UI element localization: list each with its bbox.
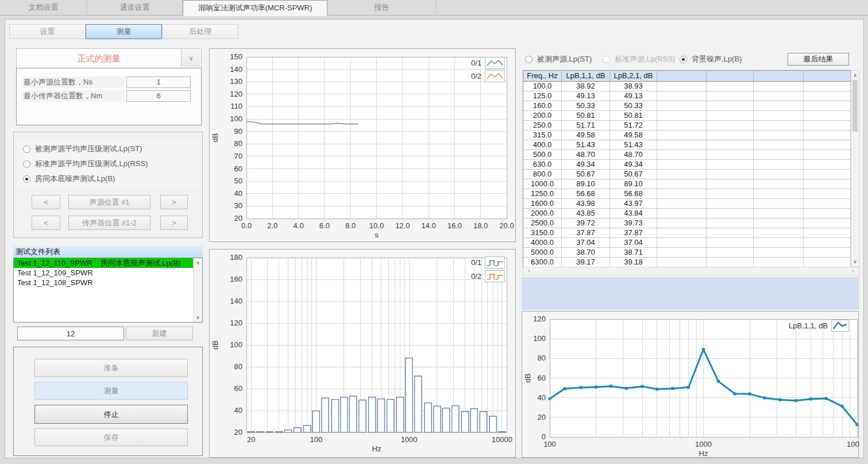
table-cell[interactable] bbox=[804, 218, 851, 228]
scroll-left-icon[interactable]: ‹ bbox=[524, 267, 534, 275]
table-cell[interactable] bbox=[657, 91, 707, 101]
table-cell[interactable]: 38.92 bbox=[562, 82, 610, 91]
table-cell[interactable] bbox=[754, 199, 804, 208]
table-cell[interactable]: 5000.0 bbox=[523, 248, 562, 257]
result-radio-lpst[interactable]: 被测声源,Lp(ST) bbox=[525, 55, 592, 64]
table-cell[interactable] bbox=[707, 170, 754, 179]
table-cell[interactable]: 51.71 bbox=[562, 121, 610, 130]
tab-mcr-spwr[interactable]: 混响室法测试声功率(MCR-SPWR) bbox=[183, 0, 327, 16]
table-cell[interactable] bbox=[754, 228, 804, 237]
table-cell[interactable]: 6300.0 bbox=[523, 258, 562, 267]
tab-document-settings[interactable]: 文档设置 bbox=[0, 0, 87, 16]
table-cell[interactable] bbox=[707, 189, 754, 198]
table-cell[interactable]: 1600.0 bbox=[523, 199, 562, 208]
table-cell[interactable]: 43.98 bbox=[562, 199, 610, 208]
table-cell[interactable]: 49.13 bbox=[562, 91, 610, 101]
table-cell[interactable] bbox=[707, 228, 754, 237]
table-cell[interactable]: 125.0 bbox=[523, 91, 562, 101]
measure-button[interactable]: 测量 bbox=[34, 382, 188, 400]
table-cell[interactable] bbox=[754, 82, 804, 91]
table-cell[interactable] bbox=[657, 238, 707, 247]
table-cell[interactable] bbox=[657, 228, 707, 237]
table-cell[interactable]: 43.85 bbox=[562, 209, 610, 218]
table-cell[interactable] bbox=[657, 218, 707, 228]
table-cell[interactable]: 160.0 bbox=[523, 101, 562, 110]
table-cell[interactable] bbox=[804, 140, 851, 149]
table-cell[interactable]: 49.34 bbox=[562, 160, 610, 169]
mic-prev-button[interactable]: < bbox=[32, 216, 60, 230]
file-list-scrollbar[interactable]: ∧ ∨ bbox=[193, 258, 202, 322]
table-cell[interactable]: 4000.0 bbox=[523, 238, 562, 247]
source-prev-button[interactable]: < bbox=[32, 195, 60, 209]
column-header[interactable] bbox=[707, 71, 754, 81]
source-position-button[interactable]: 声源位置 #1 bbox=[68, 195, 151, 209]
table-cell[interactable] bbox=[657, 209, 707, 218]
table-cell[interactable]: 51.43 bbox=[562, 140, 610, 149]
table-cell[interactable] bbox=[707, 160, 754, 169]
table-cell[interactable] bbox=[804, 82, 851, 91]
radio-lpb-icon[interactable] bbox=[23, 175, 30, 183]
table-cell[interactable] bbox=[804, 238, 851, 247]
table-cell[interactable] bbox=[657, 199, 707, 208]
table-cell[interactable]: 200.0 bbox=[523, 111, 562, 120]
table-cell[interactable] bbox=[707, 131, 754, 140]
table-cell[interactable]: 39.72 bbox=[562, 218, 610, 228]
table-cell[interactable]: 37.87 bbox=[562, 228, 610, 237]
table-cell[interactable] bbox=[754, 209, 804, 218]
tab-report[interactable]: 报告 bbox=[327, 0, 437, 16]
table-cell[interactable]: 51.72 bbox=[610, 121, 657, 130]
table-cell[interactable] bbox=[707, 101, 754, 110]
table-cell[interactable]: 50.67 bbox=[562, 170, 610, 179]
table-cell[interactable]: 56.68 bbox=[610, 189, 657, 198]
radio-lpst-icon[interactable] bbox=[23, 145, 30, 153]
table-cell[interactable]: 37.04 bbox=[610, 238, 657, 247]
table-cell[interactable] bbox=[707, 199, 754, 208]
list-item[interactable]: Test 1_12_109_SPWR bbox=[14, 268, 193, 278]
table-cell[interactable] bbox=[657, 258, 707, 267]
table-cell[interactable] bbox=[657, 160, 707, 169]
table-cell[interactable]: 3150.0 bbox=[523, 228, 562, 237]
table-cell[interactable] bbox=[804, 209, 851, 218]
table-cell[interactable] bbox=[754, 111, 804, 120]
column-header[interactable]: Freq., Hz bbox=[523, 71, 562, 81]
table-cell[interactable]: 51.43 bbox=[610, 140, 657, 149]
table-hscrollbar[interactable]: ‹ › bbox=[523, 267, 859, 275]
table-cell[interactable] bbox=[754, 140, 804, 149]
scroll-right-icon[interactable]: › bbox=[848, 267, 858, 275]
table-cell[interactable]: 39.18 bbox=[610, 258, 657, 267]
min-mic-positions-value[interactable]: 6 bbox=[126, 90, 191, 102]
table-cell[interactable] bbox=[707, 150, 754, 159]
chevron-down-icon[interactable]: ∨ bbox=[181, 49, 200, 67]
radio-row-lpb[interactable]: 房间本底噪声测试,Lp(B) bbox=[23, 174, 115, 183]
table-cell[interactable] bbox=[804, 199, 851, 208]
table-cell[interactable] bbox=[804, 91, 851, 101]
source-next-button[interactable]: > bbox=[160, 195, 188, 209]
column-header[interactable] bbox=[754, 71, 804, 81]
table-cell[interactable] bbox=[707, 218, 754, 228]
table-cell[interactable] bbox=[707, 179, 754, 189]
table-cell[interactable]: 50.81 bbox=[562, 111, 610, 120]
table-cell[interactable] bbox=[804, 170, 851, 179]
table-cell[interactable]: 89.10 bbox=[562, 179, 610, 189]
table-cell[interactable] bbox=[707, 140, 754, 149]
table-cell[interactable] bbox=[657, 189, 707, 198]
table-cell[interactable]: 43.97 bbox=[610, 199, 657, 208]
mic-position-button[interactable]: 传声器位置 #1-2 bbox=[68, 216, 151, 230]
table-cell[interactable]: 50.33 bbox=[610, 101, 657, 110]
result-radio-lpb-icon[interactable] bbox=[680, 56, 687, 63]
table-cell[interactable] bbox=[754, 101, 804, 110]
subtab-measure[interactable]: 测量 bbox=[86, 24, 162, 39]
table-cell[interactable] bbox=[707, 248, 754, 257]
scroll-up-icon[interactable]: ∧ bbox=[194, 259, 202, 267]
table-cell[interactable] bbox=[657, 82, 707, 91]
radio-row-lpst[interactable]: 被测声源平均声压级测试,Lp(ST) bbox=[23, 144, 142, 154]
table-cell[interactable]: 56.68 bbox=[562, 189, 610, 198]
table-cell[interactable]: 39.17 bbox=[562, 258, 610, 267]
table-cell[interactable]: 1000.0 bbox=[523, 179, 562, 189]
stop-button[interactable]: 停止 bbox=[34, 405, 188, 424]
table-cell[interactable] bbox=[707, 238, 754, 247]
table-cell[interactable]: 800.0 bbox=[523, 170, 562, 179]
table-cell[interactable]: 50.81 bbox=[610, 111, 657, 120]
table-cell[interactable] bbox=[804, 111, 851, 120]
table-cell[interactable] bbox=[804, 248, 851, 257]
